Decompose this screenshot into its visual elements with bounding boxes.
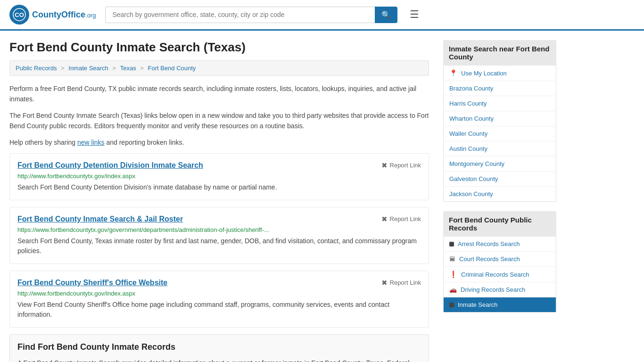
nearby-county-link-4[interactable]: Waller County bbox=[449, 130, 487, 137]
nearby-item-1[interactable]: Brazoria County bbox=[444, 81, 556, 96]
breadcrumb-inmate-search[interactable]: Inmate Search bbox=[68, 65, 108, 72]
nearby-title: Inmate Search near Fort Bend County bbox=[443, 40, 556, 66]
new-links-link[interactable]: new links bbox=[77, 139, 105, 146]
resource-desc-2: View Fort Bend County Sheriff's Office h… bbox=[17, 300, 421, 320]
header: CO CountyOffice.org 🔍 ☰ bbox=[0, 0, 644, 31]
public-records-link-2[interactable]: Criminal Records Search bbox=[461, 271, 529, 278]
location-pin-icon: 📍 bbox=[449, 69, 457, 77]
resource-url-1[interactable]: https://www.fortbendcountytx.gov/governm… bbox=[17, 226, 421, 233]
find-section-text: A Fort Bend County Inmate Search provide… bbox=[17, 358, 421, 362]
sidebar: Inmate Search near Fort Bend County 📍 Us… bbox=[443, 40, 556, 362]
public-records-item-1[interactable]: 🏛 Court Records Search bbox=[444, 252, 556, 267]
resource-url-0[interactable]: http://www.fortbendcountytx.gov/index.as… bbox=[17, 173, 421, 180]
resource-card-header-1: Fort Bend County Inmate Search & Jail Ro… bbox=[17, 215, 421, 223]
public-records-item-4[interactable]: Inmate Search bbox=[444, 297, 556, 312]
public-records-link-4[interactable]: Inmate Search bbox=[458, 301, 498, 308]
public-records-item-3[interactable]: 🚗 Driving Records Search bbox=[444, 282, 556, 297]
description-para3-suffix: and reporting broken links. bbox=[105, 139, 184, 146]
find-section-title: Find Fort Bend County Inmate Records bbox=[17, 342, 421, 352]
resource-card-0: Fort Bend County Detention Division Inma… bbox=[9, 153, 429, 200]
description-para1: Perform a free Fort Bend County, TX publ… bbox=[9, 83, 429, 105]
public-records-section: Fort Bend County Public Records Arrest R… bbox=[443, 211, 556, 313]
content-area: Fort Bend County Inmate Search (Texas) P… bbox=[9, 40, 443, 362]
search-button[interactable]: 🔍 bbox=[375, 7, 397, 23]
breadcrumb-sep-1: > bbox=[61, 65, 66, 72]
breadcrumb-public-records[interactable]: Public Records bbox=[16, 65, 57, 72]
resource-url-2[interactable]: http://www.fortbendcountytx.gov/index.as… bbox=[17, 290, 421, 297]
building-icon: 🏛 bbox=[449, 255, 455, 263]
find-section: Find Fort Bend County Inmate Records A F… bbox=[9, 334, 429, 362]
nearby-section: Inmate Search near Fort Bend County 📍 Us… bbox=[443, 40, 556, 202]
public-records-item-2[interactable]: ❗ Criminal Records Search bbox=[444, 267, 556, 282]
resource-card-header-0: Fort Bend County Detention Division Inma… bbox=[17, 161, 421, 170]
report-label-2: Report Link bbox=[390, 279, 421, 286]
description-para3-prefix: Help others by sharing bbox=[9, 139, 77, 146]
description-para3: Help others by sharing new links and rep… bbox=[9, 137, 429, 148]
nearby-item-3[interactable]: Wharton County bbox=[444, 111, 556, 126]
report-link-btn-0[interactable]: ✖ Report Link bbox=[381, 161, 421, 170]
breadcrumb-sep-3: > bbox=[140, 65, 145, 72]
nearby-item-5[interactable]: Austin County bbox=[444, 141, 556, 156]
resource-desc-1: Search Fort Bend County, Texas inmate ro… bbox=[17, 236, 421, 256]
public-records-title: Fort Bend County Public Records bbox=[443, 211, 556, 237]
report-icon-0: ✖ bbox=[381, 161, 388, 170]
nearby-county-link-7[interactable]: Galveston County bbox=[449, 175, 498, 182]
report-icon-1: ✖ bbox=[381, 215, 388, 223]
resource-desc-0: Search Fort Bend County Detention Divisi… bbox=[17, 182, 421, 192]
square-icon bbox=[449, 242, 454, 247]
svg-text:CO: CO bbox=[15, 11, 24, 18]
resource-title-1[interactable]: Fort Bend County Inmate Search & Jail Ro… bbox=[17, 215, 183, 223]
report-label-1: Report Link bbox=[390, 215, 421, 222]
menu-button[interactable]: ☰ bbox=[407, 6, 422, 24]
nearby-item-2[interactable]: Harris County bbox=[444, 96, 556, 111]
logo-icon: CO bbox=[9, 5, 29, 25]
description-para2: The Fort Bend County Inmate Search (Texa… bbox=[9, 110, 429, 132]
resource-card-2: Fort Bend County Sheriff's Office Websit… bbox=[9, 271, 429, 328]
resources-container: Fort Bend County Detention Division Inma… bbox=[9, 153, 429, 328]
nearby-item-8[interactable]: Jackson County bbox=[444, 187, 556, 201]
resource-title-0[interactable]: Fort Bend County Detention Division Inma… bbox=[17, 161, 203, 170]
nearby-item-7[interactable]: Galveston County bbox=[444, 172, 556, 187]
resource-card-header-2: Fort Bend County Sheriff's Office Websit… bbox=[17, 279, 421, 287]
public-records-link-1[interactable]: Court Records Search bbox=[459, 255, 520, 263]
resource-card-1: Fort Bend County Inmate Search & Jail Ro… bbox=[9, 207, 429, 264]
use-my-location-link[interactable]: Use My Location bbox=[461, 70, 507, 77]
main-content: Fort Bend County Inmate Search (Texas) P… bbox=[0, 31, 644, 362]
nearby-county-link-3[interactable]: Wharton County bbox=[449, 115, 494, 122]
breadcrumb-texas[interactable]: Texas bbox=[120, 65, 136, 72]
public-records-link-3[interactable]: Driving Records Search bbox=[461, 286, 525, 293]
page-title: Fort Bend County Inmate Search (Texas) bbox=[9, 40, 429, 55]
resource-title-2[interactable]: Fort Bend County Sheriff's Office Websit… bbox=[17, 279, 167, 287]
nearby-item-0[interactable]: 📍 Use My Location bbox=[444, 66, 556, 81]
breadcrumb: Public Records > Inmate Search > Texas >… bbox=[9, 60, 429, 76]
search-input[interactable] bbox=[105, 7, 375, 23]
nearby-county-link-8[interactable]: Jackson County bbox=[449, 190, 493, 197]
logo-text: CountyOffice.org bbox=[32, 10, 96, 20]
search-bar: 🔍 bbox=[105, 7, 397, 23]
public-records-item-0[interactable]: Arrest Records Search bbox=[444, 237, 556, 252]
nearby-list: 📍 Use My Location Brazoria County Harris… bbox=[443, 66, 556, 202]
report-label-0: Report Link bbox=[390, 162, 421, 169]
nearby-item-6[interactable]: Montgomery County bbox=[444, 156, 556, 172]
nearby-county-link-5[interactable]: Austin County bbox=[449, 145, 487, 152]
logo[interactable]: CO CountyOffice.org bbox=[9, 5, 96, 25]
nearby-county-link-6[interactable]: Montgomery County bbox=[449, 160, 504, 167]
breadcrumb-fort-bend[interactable]: Fort Bend County bbox=[148, 65, 196, 72]
public-records-list: Arrest Records Search 🏛 Court Records Se… bbox=[443, 237, 556, 313]
exclaim-icon: ❗ bbox=[449, 271, 457, 278]
search-icon: 🔍 bbox=[381, 11, 391, 19]
breadcrumb-sep-2: > bbox=[112, 65, 117, 72]
car-icon: 🚗 bbox=[449, 286, 457, 293]
report-link-btn-2[interactable]: ✖ Report Link bbox=[381, 279, 421, 287]
square-icon bbox=[449, 303, 454, 307]
nearby-county-link-1[interactable]: Brazoria County bbox=[449, 85, 493, 92]
public-records-link-0[interactable]: Arrest Records Search bbox=[458, 240, 520, 247]
report-link-btn-1[interactable]: ✖ Report Link bbox=[381, 215, 421, 223]
report-icon-2: ✖ bbox=[381, 279, 388, 287]
hamburger-icon: ☰ bbox=[410, 8, 419, 20]
nearby-item-4[interactable]: Waller County bbox=[444, 126, 556, 141]
nearby-county-link-2[interactable]: Harris County bbox=[449, 100, 487, 107]
